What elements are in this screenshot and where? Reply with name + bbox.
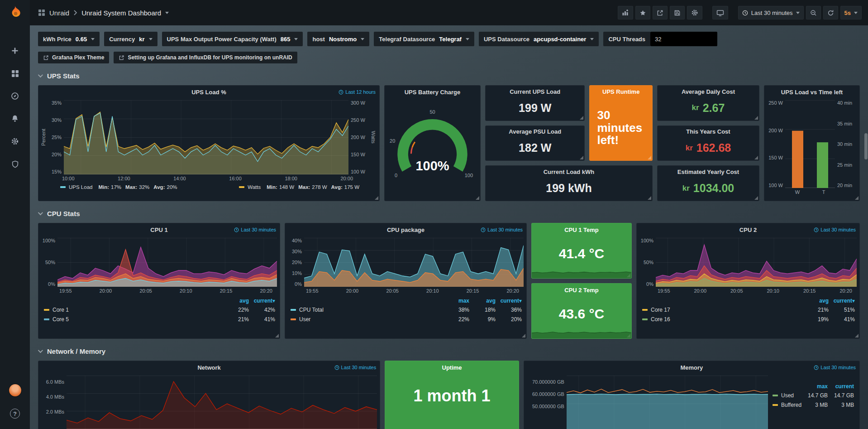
panel-title[interactable]: UPS Load vs Time left: [781, 89, 843, 96]
legend-sort-header[interactable]: current▾: [496, 298, 522, 304]
share-button[interactable]: [653, 6, 668, 19]
legend-sort-header[interactable]: avg: [469, 298, 496, 304]
page-scrollbar[interactable]: [864, 25, 868, 429]
panel-title[interactable]: Current Load kWh: [544, 169, 595, 175]
panel-resize-handle[interactable]: [754, 196, 758, 200]
panel-title[interactable]: UPS Load %: [191, 89, 226, 96]
ups-vs-time-chart[interactable]: [785, 100, 835, 188]
legend-swatch[interactable]: [44, 318, 49, 320]
legend-series-name[interactable]: Used: [781, 392, 801, 399]
memory-chart[interactable]: [567, 376, 768, 429]
legend-swatch[interactable]: [291, 309, 296, 311]
legend-sort-header[interactable]: avg: [802, 298, 829, 304]
legend-sort-header[interactable]: current: [828, 383, 854, 390]
panel-time-range[interactable]: Last 30 minutes: [334, 365, 377, 370]
panel-resize-handle[interactable]: [754, 116, 758, 120]
section-cpu-stats[interactable]: CPU Stats: [38, 207, 860, 219]
panel-resize-handle[interactable]: [275, 334, 279, 337]
refresh-interval-picker[interactable]: 5s: [840, 6, 862, 19]
variable-value[interactable]: 0.65: [76, 36, 87, 43]
panel-resize-handle[interactable]: [375, 196, 378, 200]
panel-time-range[interactable]: Last 30 minutes: [814, 227, 856, 232]
panel-time-range[interactable]: Last 30 minutes: [481, 227, 523, 232]
panel-resize-handle[interactable]: [476, 196, 479, 200]
panel-resize-handle[interactable]: [754, 156, 758, 159]
cpu-package-chart[interactable]: [304, 238, 524, 287]
legend-series-name[interactable]: Core 1: [52, 307, 223, 313]
panel-resize-handle[interactable]: [580, 116, 583, 120]
breadcrumb-dashboard[interactable]: Unraid System Dashboard: [81, 9, 161, 17]
caret-down-icon[interactable]: [165, 12, 169, 14]
legend-item[interactable]: UPS LoadMin:17%Max:32%Avg:20%: [60, 184, 177, 190]
zoom-out-button[interactable]: [806, 6, 821, 19]
network-chart[interactable]: [67, 376, 377, 429]
sidebar-help-button[interactable]: ?: [5, 405, 24, 423]
variable-value[interactable]: Telegraf: [439, 36, 462, 43]
panel-time-range[interactable]: Last 30 minutes: [814, 365, 856, 370]
scrollbar-thumb[interactable]: [864, 133, 868, 159]
panel-title[interactable]: Network: [197, 364, 220, 371]
panel-title[interactable]: Average Daily Cost: [682, 88, 735, 95]
panel-resize-handle[interactable]: [580, 156, 583, 159]
panel-title[interactable]: Current UPS Load: [510, 88, 560, 95]
panel-title[interactable]: CPU 2 Temp: [564, 287, 599, 294]
grafana-logo-icon[interactable]: [0, 0, 30, 25]
legend-swatch[interactable]: [773, 395, 778, 396]
time-range-picker[interactable]: Last 30 minutes: [738, 6, 804, 19]
legend-series-name[interactable]: User: [299, 316, 443, 323]
legend-series-name[interactable]: Core 5: [52, 316, 223, 323]
sidebar-configuration-button[interactable]: [5, 132, 24, 150]
user-avatar[interactable]: [5, 381, 24, 399]
panel-resize-handle[interactable]: [855, 334, 858, 337]
panel-title[interactable]: Estimated Yearly Cost: [677, 169, 739, 175]
panel-time-range[interactable]: Last 12 hours: [339, 89, 376, 95]
panel-title[interactable]: CPU package: [387, 227, 424, 233]
star-button[interactable]: [635, 6, 650, 19]
legend-sort-header[interactable]: max: [443, 298, 469, 304]
legend-sort-header[interactable]: current▾: [829, 298, 855, 304]
section-ups-stats[interactable]: UPS Stats: [38, 70, 860, 82]
legend-sort-header[interactable]: avg: [223, 298, 249, 304]
variable-telegraf-datasource[interactable]: Telegraf Datasource Telegraf: [374, 32, 474, 46]
save-button[interactable]: [670, 6, 685, 19]
legend-sort-header[interactable]: max: [801, 383, 828, 390]
legend-series-name[interactable]: CPU Total: [299, 307, 443, 313]
battery-gauge[interactable]: 05010020100%: [385, 98, 480, 200]
section-network-memory[interactable]: Network / Memory: [38, 345, 860, 357]
variable-ups-max-output[interactable]: UPS Max Output Power Capacity (Watt) 865: [162, 32, 303, 46]
sidebar-dashboards-button[interactable]: [5, 64, 24, 82]
panel-title[interactable]: UPS Runtime: [602, 88, 639, 95]
add-panel-button[interactable]: [618, 6, 633, 19]
cpu1-chart[interactable]: [57, 238, 277, 287]
panel-title[interactable]: UPS Battery Charge: [405, 89, 461, 96]
variable-value[interactable]: kr: [139, 36, 144, 43]
variable-value[interactable]: apcupsd-container: [534, 36, 586, 43]
panel-resize-handle[interactable]: [855, 196, 858, 200]
dashboard-link-plex-theme[interactable]: Grafana Plex Theme: [38, 52, 109, 63]
sidebar-alerting-button[interactable]: [5, 110, 24, 128]
panel-resize-handle[interactable]: [522, 334, 525, 337]
legend-sort-header[interactable]: current▾: [249, 298, 275, 304]
legend-swatch[interactable]: [291, 318, 296, 320]
panel-title[interactable]: CPU 1: [150, 227, 167, 233]
legend-item[interactable]: WattsMin:148 WMax:278 WAvg:175 W: [239, 184, 359, 190]
panel-title[interactable]: CPU 2: [739, 227, 757, 233]
panel-title[interactable]: Average PSU Load: [509, 128, 561, 135]
panel-title[interactable]: Memory: [681, 364, 703, 371]
cpu2-chart[interactable]: [656, 238, 857, 287]
legend-swatch[interactable]: [642, 318, 648, 320]
variable-currency[interactable]: Currency kr: [104, 32, 157, 46]
dashboard-link-ups-guide[interactable]: Setting up Grafana and InfluxDB for UPS …: [114, 52, 297, 63]
sidebar-server-admin-button[interactable]: [5, 155, 24, 173]
sidebar-explore-button[interactable]: [5, 87, 24, 105]
legend-series-name[interactable]: Core 17: [651, 307, 802, 313]
variable-host[interactable]: host Nostromo: [307, 32, 369, 46]
panel-resize-handle[interactable]: [648, 196, 651, 200]
legend-swatch[interactable]: [642, 309, 648, 311]
dashboard-settings-button[interactable]: [687, 6, 702, 19]
legend-series-name[interactable]: Buffered: [781, 402, 801, 408]
variable-value[interactable]: Nostromo: [329, 36, 357, 43]
panel-resize-handle[interactable]: [648, 156, 651, 159]
panel-title[interactable]: This Years Cost: [686, 128, 730, 135]
refresh-button[interactable]: [823, 6, 838, 19]
